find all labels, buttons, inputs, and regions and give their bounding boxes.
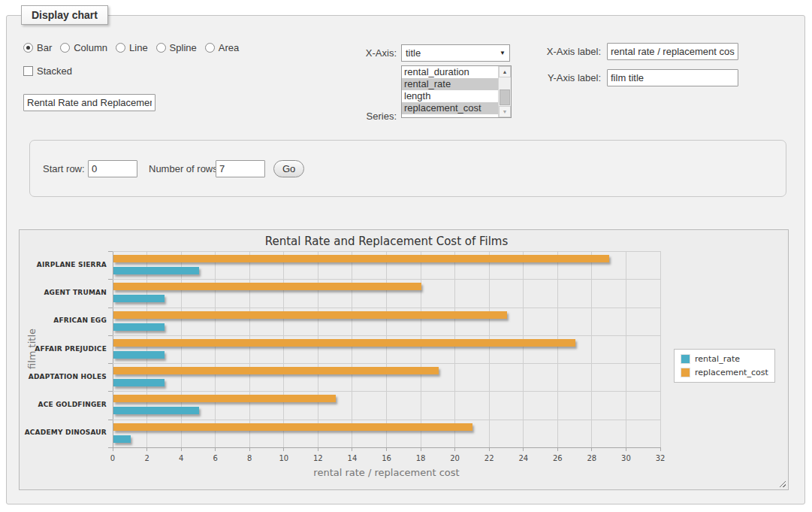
chart-type-column[interactable]: Column [60, 42, 107, 53]
series-option[interactable]: rental_duration [402, 66, 498, 78]
x-tick-mark [626, 447, 626, 451]
radio-icon[interactable] [156, 43, 166, 53]
x-axis-label-input[interactable] [607, 43, 738, 60]
x-tick-label: 20 [444, 454, 466, 462]
x-tick-mark [181, 447, 182, 451]
rental_rate-bar [113, 295, 165, 302]
series-option[interactable]: rental_rate [402, 78, 498, 90]
radio-icon[interactable] [60, 43, 70, 53]
row-separator [113, 391, 660, 392]
number-of-rows-input[interactable] [216, 160, 265, 177]
x-tick-label: 32 [649, 454, 672, 462]
resize-handle-icon[interactable] [777, 479, 786, 487]
y-tick-mark [108, 363, 113, 364]
series-options: rental_durationrental_ratelengthreplacem… [402, 66, 498, 114]
x-tick-label: 24 [512, 454, 535, 462]
x-tick-mark [215, 447, 216, 451]
y-axis-label-input[interactable] [607, 69, 738, 86]
series-multiselect[interactable]: rental_durationrental_ratelengthreplacem… [401, 65, 512, 118]
rental_rate-bar [113, 351, 165, 359]
radio-label: Column [74, 42, 107, 53]
category-label: AFRICAN EGG [17, 317, 107, 324]
chart-type-radio-group: BarColumnLineSplineArea [23, 42, 239, 53]
rental_rate-bar [113, 407, 199, 414]
plot-area: 02468101214161820222426283032AIRPLANE SI… [113, 251, 660, 447]
radio-icon[interactable] [23, 43, 33, 53]
radio-icon[interactable] [205, 43, 215, 53]
gridline [386, 251, 387, 447]
replacement_cost-bar [113, 367, 439, 374]
x-tick-label: 28 [581, 454, 603, 462]
legend-entry: rental_rate [681, 354, 768, 364]
gridline [660, 251, 661, 447]
stacked-label: Stacked [37, 65, 72, 77]
x-tick-mark [454, 447, 455, 451]
replacement_cost-bar [113, 395, 336, 402]
series-option[interactable]: length [402, 90, 498, 102]
x-axis-title: rental rate / replacement cost [113, 467, 660, 478]
x-tick-label: 26 [546, 454, 569, 462]
gridline [318, 251, 318, 447]
start-row-input[interactable] [88, 160, 137, 177]
chart-title-input[interactable] [23, 94, 155, 111]
x-tick-label: 16 [376, 454, 398, 462]
legend-swatch [681, 368, 690, 377]
radio-icon[interactable] [116, 43, 125, 53]
chart-type-spline[interactable]: Spline [156, 42, 197, 53]
gridline [454, 251, 455, 447]
x-tick-mark [318, 447, 318, 451]
series-option[interactable]: replacement_cost [402, 102, 498, 114]
rental_rate-bar [113, 323, 165, 331]
radio-label: Line [129, 42, 148, 53]
x-tick-mark [591, 447, 592, 451]
row-range-box: Start row: Number of rows: Go [29, 140, 786, 197]
x-tick-label: 10 [273, 454, 295, 462]
series-scrollbar[interactable]: ▲ ▼ [498, 66, 511, 117]
panel-title: Display chart [21, 5, 108, 25]
gridline [489, 251, 490, 447]
chart-legend: rental_ratereplacement_cost [674, 349, 775, 383]
x-tick-mark [489, 447, 490, 451]
row-separator [113, 279, 660, 280]
stacked-checkbox[interactable] [23, 66, 33, 76]
legend-label: replacement_cost [695, 368, 768, 377]
x-tick-mark [146, 447, 147, 451]
chart-type-line[interactable]: Line [116, 42, 148, 53]
x-tick-label: 30 [614, 454, 637, 462]
chart-type-area[interactable]: Area [205, 42, 239, 53]
go-button[interactable]: Go [273, 160, 304, 177]
gridline [283, 251, 284, 447]
y-tick-mark [108, 447, 113, 448]
radio-label: Area [219, 42, 239, 53]
scrollbar-thumb[interactable] [500, 89, 510, 105]
y-tick-mark [108, 391, 113, 392]
category-label: AIRPLANE SIERRA [17, 261, 107, 268]
y-tick-mark [108, 308, 113, 308]
chevron-down-icon: ▼ [500, 50, 506, 56]
scroll-down-icon[interactable]: ▼ [499, 106, 511, 117]
x-tick-mark [660, 447, 661, 451]
rental_rate-bar [113, 379, 165, 386]
gridline [591, 251, 592, 447]
x-tick-mark [523, 447, 524, 451]
gridline [626, 251, 626, 447]
y-axis-line [113, 251, 113, 447]
y-tick-mark [108, 251, 113, 252]
scroll-up-icon[interactable]: ▲ [499, 66, 511, 77]
gridline [215, 251, 216, 447]
y-tick-mark [108, 420, 113, 420]
stacked-checkbox-row[interactable]: Stacked [23, 65, 72, 77]
y-axis-label-field-label: Y-Axis label: [518, 72, 601, 83]
chart-type-bar[interactable]: Bar [23, 42, 52, 53]
category-label: ACADEMY DINOSAUR [17, 429, 107, 436]
x-tick-label: 12 [306, 454, 329, 462]
chart-title: Rental Rate and Replacement Cost of Film… [113, 235, 660, 248]
series-field-label: Series: [337, 111, 397, 122]
start-row-label: Start row: [43, 163, 85, 174]
radio-label: Bar [37, 42, 52, 53]
x-axis-select[interactable]: title ▼ [401, 44, 510, 62]
category-label: ACE GOLDFINGER [17, 401, 107, 408]
y-tick-mark [108, 279, 113, 280]
replacement_cost-bar [113, 339, 575, 347]
x-tick-label: 2 [136, 454, 158, 462]
